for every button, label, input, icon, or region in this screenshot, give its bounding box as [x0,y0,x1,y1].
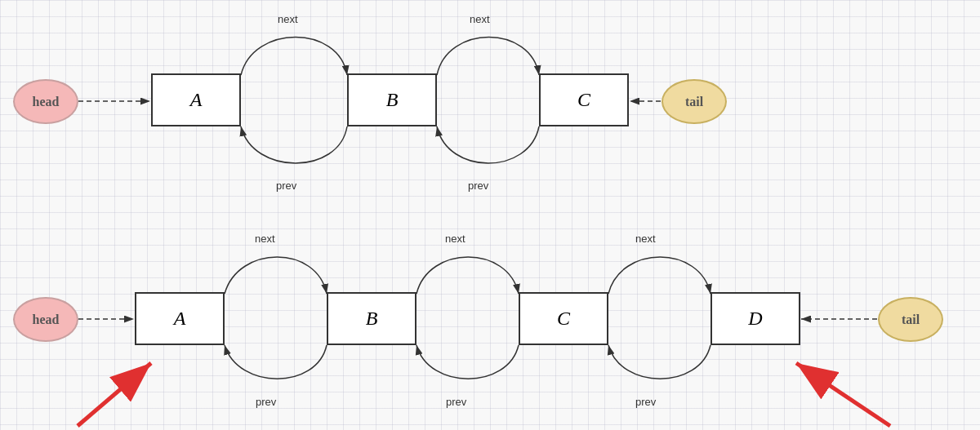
next-label-BC-top: next [470,13,490,25]
next-label-AB-top: next [278,13,298,25]
prev-label-DC-bottom: prev [635,396,657,408]
prev-label-CB-top: prev [468,180,489,192]
B-to-C-next-bottom [416,257,519,294]
prev-label-BA-top: prev [276,180,297,192]
B-to-C-next-top [437,38,539,76]
prev-label-BA-bottom: prev [256,396,277,408]
diagram-area: head tail A B C head tail A B C D [0,0,980,430]
next-label-CD-bottom: next [635,233,656,245]
C-to-B-prev-top [437,126,539,163]
red-arrow-A [78,363,151,426]
prev-label-CB-bottom: prev [446,396,467,408]
B-to-A-prev-bottom [225,345,327,379]
A-to-B-next-bottom [225,257,327,294]
C-to-D-next-bottom [608,257,710,294]
red-arrow-D [796,363,890,426]
C-to-B-prev-bottom [416,345,519,379]
next-label-AB-bottom: next [255,233,275,245]
B-to-A-prev-top [241,126,347,163]
A-to-B-next-top [241,38,347,76]
arrows-svg: next next prev prev next next next prev [0,0,980,430]
next-label-BC-bottom: next [445,233,466,245]
D-to-C-prev-bottom [608,345,710,379]
